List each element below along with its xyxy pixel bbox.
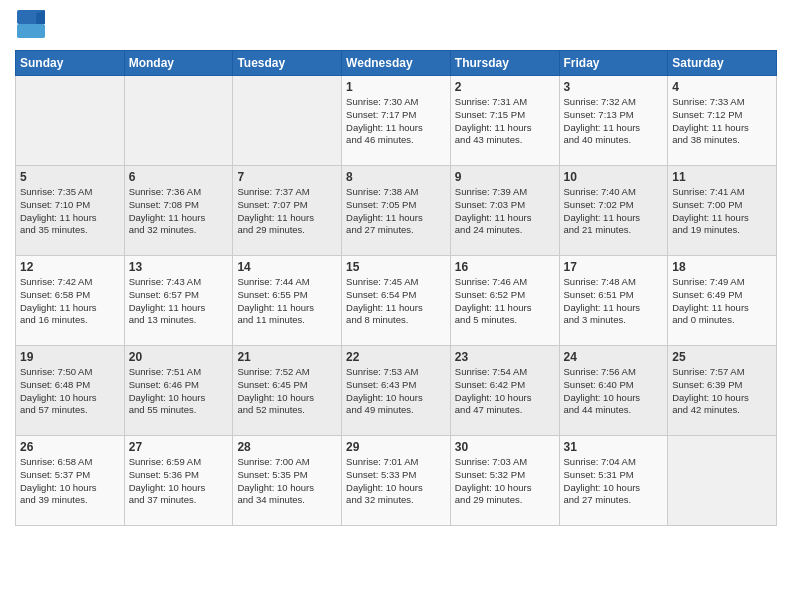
weekday-header-thursday: Thursday xyxy=(450,51,559,76)
calendar-table: SundayMondayTuesdayWednesdayThursdayFrid… xyxy=(15,50,777,526)
calendar-page: SundayMondayTuesdayWednesdayThursdayFrid… xyxy=(0,0,792,612)
day-cell: 29Sunrise: 7:01 AM Sunset: 5:33 PM Dayli… xyxy=(342,436,451,526)
day-number: 16 xyxy=(455,260,555,274)
day-cell: 9Sunrise: 7:39 AM Sunset: 7:03 PM Daylig… xyxy=(450,166,559,256)
day-info: Sunrise: 7:50 AM Sunset: 6:48 PM Dayligh… xyxy=(20,366,120,417)
day-number: 28 xyxy=(237,440,337,454)
day-cell: 20Sunrise: 7:51 AM Sunset: 6:46 PM Dayli… xyxy=(124,346,233,436)
day-cell: 24Sunrise: 7:56 AM Sunset: 6:40 PM Dayli… xyxy=(559,346,668,436)
day-number: 21 xyxy=(237,350,337,364)
day-info: Sunrise: 7:36 AM Sunset: 7:08 PM Dayligh… xyxy=(129,186,229,237)
day-info: Sunrise: 7:31 AM Sunset: 7:15 PM Dayligh… xyxy=(455,96,555,147)
weekday-header-monday: Monday xyxy=(124,51,233,76)
day-cell: 7Sunrise: 7:37 AM Sunset: 7:07 PM Daylig… xyxy=(233,166,342,256)
day-info: Sunrise: 7:38 AM Sunset: 7:05 PM Dayligh… xyxy=(346,186,446,237)
weekday-header-wednesday: Wednesday xyxy=(342,51,451,76)
day-info: Sunrise: 7:32 AM Sunset: 7:13 PM Dayligh… xyxy=(564,96,664,147)
day-info: Sunrise: 7:48 AM Sunset: 6:51 PM Dayligh… xyxy=(564,276,664,327)
day-cell: 10Sunrise: 7:40 AM Sunset: 7:02 PM Dayli… xyxy=(559,166,668,256)
day-info: Sunrise: 7:04 AM Sunset: 5:31 PM Dayligh… xyxy=(564,456,664,507)
day-number: 25 xyxy=(672,350,772,364)
day-cell: 25Sunrise: 7:57 AM Sunset: 6:39 PM Dayli… xyxy=(668,346,777,436)
day-cell: 31Sunrise: 7:04 AM Sunset: 5:31 PM Dayli… xyxy=(559,436,668,526)
day-number: 27 xyxy=(129,440,229,454)
day-info: Sunrise: 7:35 AM Sunset: 7:10 PM Dayligh… xyxy=(20,186,120,237)
day-info: Sunrise: 7:44 AM Sunset: 6:55 PM Dayligh… xyxy=(237,276,337,327)
day-info: Sunrise: 7:37 AM Sunset: 7:07 PM Dayligh… xyxy=(237,186,337,237)
day-number: 7 xyxy=(237,170,337,184)
day-cell: 19Sunrise: 7:50 AM Sunset: 6:48 PM Dayli… xyxy=(16,346,125,436)
logo xyxy=(15,10,49,42)
day-number: 12 xyxy=(20,260,120,274)
logo-icon xyxy=(17,10,45,38)
day-number: 23 xyxy=(455,350,555,364)
day-info: Sunrise: 6:59 AM Sunset: 5:36 PM Dayligh… xyxy=(129,456,229,507)
day-info: Sunrise: 7:43 AM Sunset: 6:57 PM Dayligh… xyxy=(129,276,229,327)
day-cell: 14Sunrise: 7:44 AM Sunset: 6:55 PM Dayli… xyxy=(233,256,342,346)
day-cell: 23Sunrise: 7:54 AM Sunset: 6:42 PM Dayli… xyxy=(450,346,559,436)
day-info: Sunrise: 7:00 AM Sunset: 5:35 PM Dayligh… xyxy=(237,456,337,507)
day-cell: 27Sunrise: 6:59 AM Sunset: 5:36 PM Dayli… xyxy=(124,436,233,526)
day-info: Sunrise: 7:01 AM Sunset: 5:33 PM Dayligh… xyxy=(346,456,446,507)
day-cell: 11Sunrise: 7:41 AM Sunset: 7:00 PM Dayli… xyxy=(668,166,777,256)
day-number: 26 xyxy=(20,440,120,454)
day-number: 3 xyxy=(564,80,664,94)
day-info: Sunrise: 7:57 AM Sunset: 6:39 PM Dayligh… xyxy=(672,366,772,417)
svg-rect-1 xyxy=(17,24,45,38)
week-row-4: 19Sunrise: 7:50 AM Sunset: 6:48 PM Dayli… xyxy=(16,346,777,436)
day-number: 31 xyxy=(564,440,664,454)
day-cell: 26Sunrise: 6:58 AM Sunset: 5:37 PM Dayli… xyxy=(16,436,125,526)
day-info: Sunrise: 7:51 AM Sunset: 6:46 PM Dayligh… xyxy=(129,366,229,417)
weekday-header-sunday: Sunday xyxy=(16,51,125,76)
week-row-2: 5Sunrise: 7:35 AM Sunset: 7:10 PM Daylig… xyxy=(16,166,777,256)
day-cell: 12Sunrise: 7:42 AM Sunset: 6:58 PM Dayli… xyxy=(16,256,125,346)
week-row-3: 12Sunrise: 7:42 AM Sunset: 6:58 PM Dayli… xyxy=(16,256,777,346)
day-number: 18 xyxy=(672,260,772,274)
day-number: 6 xyxy=(129,170,229,184)
day-number: 17 xyxy=(564,260,664,274)
day-number: 8 xyxy=(346,170,446,184)
day-number: 11 xyxy=(672,170,772,184)
day-info: Sunrise: 7:42 AM Sunset: 6:58 PM Dayligh… xyxy=(20,276,120,327)
day-number: 9 xyxy=(455,170,555,184)
day-cell: 13Sunrise: 7:43 AM Sunset: 6:57 PM Dayli… xyxy=(124,256,233,346)
day-number: 20 xyxy=(129,350,229,364)
day-info: Sunrise: 7:56 AM Sunset: 6:40 PM Dayligh… xyxy=(564,366,664,417)
day-number: 2 xyxy=(455,80,555,94)
header xyxy=(15,10,777,42)
day-cell xyxy=(233,76,342,166)
day-info: Sunrise: 7:41 AM Sunset: 7:00 PM Dayligh… xyxy=(672,186,772,237)
day-cell: 15Sunrise: 7:45 AM Sunset: 6:54 PM Dayli… xyxy=(342,256,451,346)
day-info: Sunrise: 6:58 AM Sunset: 5:37 PM Dayligh… xyxy=(20,456,120,507)
day-number: 22 xyxy=(346,350,446,364)
day-info: Sunrise: 7:54 AM Sunset: 6:42 PM Dayligh… xyxy=(455,366,555,417)
day-number: 29 xyxy=(346,440,446,454)
day-cell xyxy=(16,76,125,166)
day-number: 1 xyxy=(346,80,446,94)
day-cell: 16Sunrise: 7:46 AM Sunset: 6:52 PM Dayli… xyxy=(450,256,559,346)
day-cell: 21Sunrise: 7:52 AM Sunset: 6:45 PM Dayli… xyxy=(233,346,342,436)
day-number: 15 xyxy=(346,260,446,274)
day-number: 10 xyxy=(564,170,664,184)
day-cell xyxy=(668,436,777,526)
day-info: Sunrise: 7:40 AM Sunset: 7:02 PM Dayligh… xyxy=(564,186,664,237)
day-cell: 1Sunrise: 7:30 AM Sunset: 7:17 PM Daylig… xyxy=(342,76,451,166)
week-row-1: 1Sunrise: 7:30 AM Sunset: 7:17 PM Daylig… xyxy=(16,76,777,166)
day-number: 13 xyxy=(129,260,229,274)
day-cell: 28Sunrise: 7:00 AM Sunset: 5:35 PM Dayli… xyxy=(233,436,342,526)
day-cell: 4Sunrise: 7:33 AM Sunset: 7:12 PM Daylig… xyxy=(668,76,777,166)
day-number: 4 xyxy=(672,80,772,94)
weekday-header-tuesday: Tuesday xyxy=(233,51,342,76)
day-info: Sunrise: 7:39 AM Sunset: 7:03 PM Dayligh… xyxy=(455,186,555,237)
day-cell: 3Sunrise: 7:32 AM Sunset: 7:13 PM Daylig… xyxy=(559,76,668,166)
day-number: 24 xyxy=(564,350,664,364)
day-info: Sunrise: 7:46 AM Sunset: 6:52 PM Dayligh… xyxy=(455,276,555,327)
day-cell xyxy=(124,76,233,166)
day-info: Sunrise: 7:53 AM Sunset: 6:43 PM Dayligh… xyxy=(346,366,446,417)
day-cell: 5Sunrise: 7:35 AM Sunset: 7:10 PM Daylig… xyxy=(16,166,125,256)
day-cell: 2Sunrise: 7:31 AM Sunset: 7:15 PM Daylig… xyxy=(450,76,559,166)
day-cell: 17Sunrise: 7:48 AM Sunset: 6:51 PM Dayli… xyxy=(559,256,668,346)
day-info: Sunrise: 7:33 AM Sunset: 7:12 PM Dayligh… xyxy=(672,96,772,147)
day-info: Sunrise: 7:52 AM Sunset: 6:45 PM Dayligh… xyxy=(237,366,337,417)
day-number: 5 xyxy=(20,170,120,184)
